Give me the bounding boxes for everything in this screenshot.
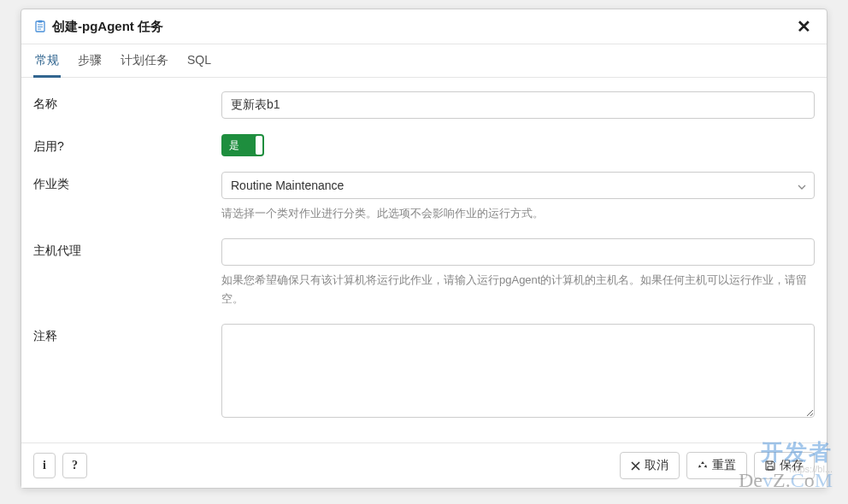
help-host-agent: 如果您希望确保只有该计算机将运行此作业，请输入运行pgAgent的计算机的主机名… — [221, 271, 815, 308]
recycle-icon — [698, 460, 708, 471]
dialog-header: 创建-pgAgent 任务 ✕ — [21, 9, 827, 44]
row-comment: 注释 — [33, 324, 815, 420]
enabled-toggle[interactable]: 是 — [221, 134, 264, 156]
cancel-label: 取消 — [645, 458, 668, 473]
save-icon — [765, 460, 775, 471]
label-name: 名称 — [33, 91, 221, 112]
save-label: 保存 — [780, 458, 804, 473]
label-enabled: 启用? — [33, 134, 221, 155]
row-job-class: 作业类 Routine Maintenance — [33, 172, 815, 199]
tab-schedules[interactable]: 计划任务 — [119, 44, 170, 78]
job-class-value: Routine Maintenance — [221, 172, 815, 199]
reset-label: 重置 — [712, 458, 736, 473]
close-icon: ✕ — [797, 17, 811, 36]
help-button[interactable]: ? — [62, 453, 87, 478]
x-icon — [631, 461, 640, 471]
reset-button[interactable]: 重置 — [686, 452, 747, 479]
host-agent-input[interactable] — [221, 238, 815, 266]
save-button[interactable]: 保存 — [754, 452, 815, 479]
toggle-label: 是 — [221, 138, 239, 153]
info-button[interactable]: i — [33, 453, 56, 478]
create-pgagent-job-dialog: 创建-pgAgent 任务 ✕ 常规 步骤 计划任务 SQL 名称 启用? 是 — [21, 9, 827, 489]
help-job-class: 请选择一个类对作业进行分类。此选项不会影响作业的运行方式。 — [221, 204, 815, 223]
name-input[interactable] — [221, 91, 815, 119]
dialog-title: 创建-pgAgent 任务 — [52, 19, 163, 35]
label-job-class: 作业类 — [33, 172, 221, 192]
label-host-agent: 主机代理 — [33, 238, 221, 259]
label-comment: 注释 — [33, 324, 221, 344]
clipboard-icon — [33, 20, 47, 33]
tabs: 常规 步骤 计划任务 SQL — [21, 44, 827, 78]
comment-textarea[interactable] — [221, 324, 815, 418]
row-name: 名称 — [33, 91, 815, 119]
row-host-agent: 主机代理 — [33, 238, 815, 266]
dialog-footer: i ? 取消 重置 保存 — [21, 442, 827, 488]
toggle-handle — [256, 136, 262, 155]
info-icon: i — [43, 459, 46, 472]
svg-rect-1 — [38, 21, 43, 23]
close-button[interactable]: ✕ — [793, 18, 815, 35]
tab-general[interactable]: 常规 — [33, 44, 61, 78]
dialog-body: 名称 启用? 是 作业类 Routine Maintenance — [21, 78, 827, 442]
dialog-title-wrap: 创建-pgAgent 任务 — [33, 19, 163, 35]
job-class-select[interactable]: Routine Maintenance — [221, 172, 815, 199]
tab-sql[interactable]: SQL — [186, 44, 213, 78]
question-icon: ? — [72, 459, 78, 472]
row-enabled: 启用? 是 — [33, 134, 815, 156]
tab-steps[interactable]: 步骤 — [76, 44, 103, 78]
cancel-button[interactable]: 取消 — [620, 452, 680, 479]
